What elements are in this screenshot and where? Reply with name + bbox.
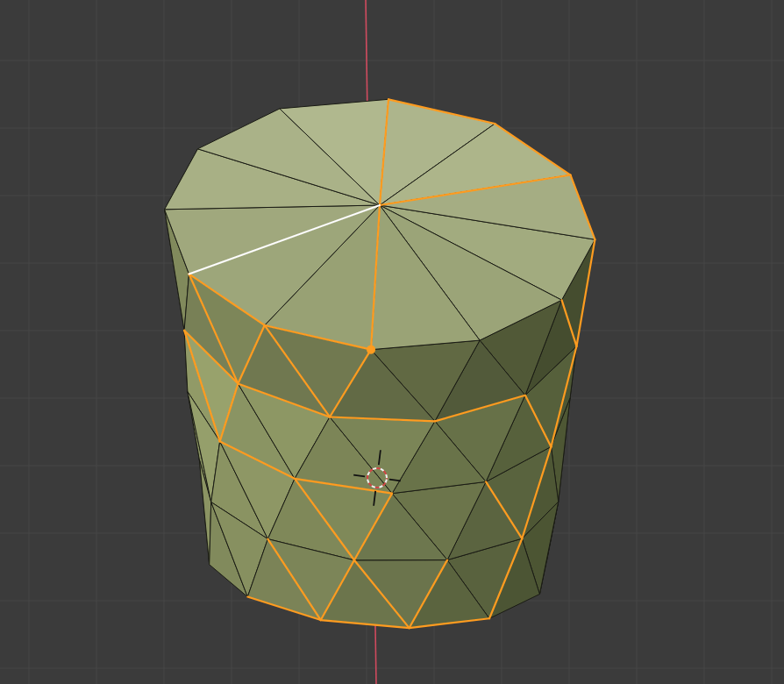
viewport-canvas[interactable] xyxy=(0,0,784,684)
blender-3d-viewport[interactable] xyxy=(0,0,784,684)
selected-vertex[interactable] xyxy=(367,346,375,354)
